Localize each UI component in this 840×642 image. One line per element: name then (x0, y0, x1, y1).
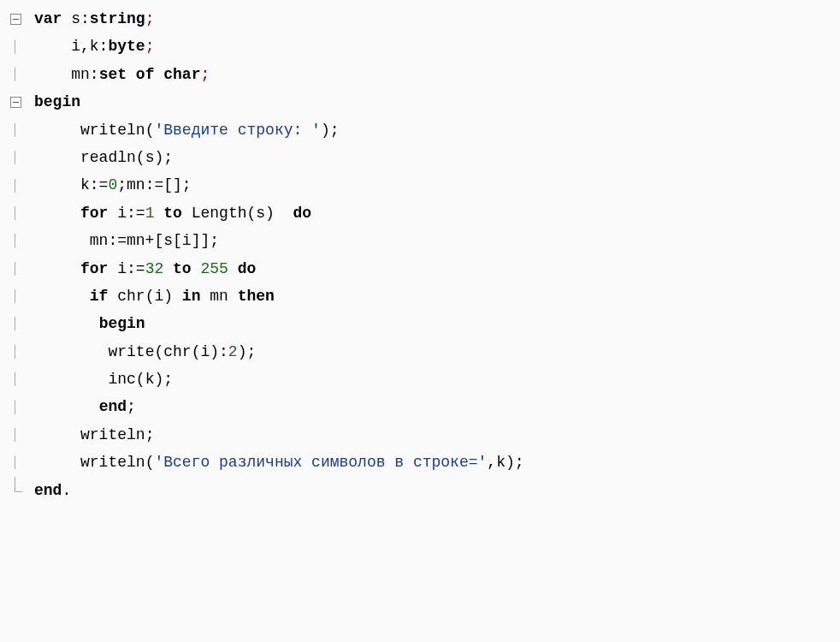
identifier: i,k: (71, 38, 108, 55)
punct: ; (145, 38, 155, 55)
code-line: var s:string; (0, 5, 840, 33)
code-line: writeln('Введите строку: '); (0, 116, 840, 144)
identifier: mn:=[] (127, 176, 182, 193)
punct: (k); (136, 371, 173, 388)
code-text: writeln; (31, 421, 154, 449)
space (127, 66, 136, 83)
code-line: writeln; (0, 421, 840, 449)
code-line: end. (0, 477, 840, 504)
identifier: k:= (80, 176, 108, 193)
keyword-in: in (182, 288, 201, 305)
fn-write: write (108, 343, 154, 360)
punct: ,k); (487, 454, 524, 471)
identifier: Length(s) (182, 205, 293, 222)
identifier: i:= (108, 260, 145, 277)
keyword-end: end (99, 398, 127, 415)
code-text: inc(k); (31, 366, 173, 393)
space (228, 260, 238, 277)
fold-minus-icon[interactable] (10, 14, 21, 25)
code-text: write(chr(i):2); (31, 338, 256, 366)
fn-writeln: writeln (80, 454, 145, 471)
fn-writeln: writeln (80, 426, 145, 443)
fn-readln: readln (80, 149, 136, 166)
keyword-for: for (80, 260, 108, 277)
punct: ; (200, 66, 210, 83)
keyword-char: char (163, 66, 200, 83)
punct: ); (154, 149, 173, 166)
code-line: readln(s); (0, 144, 840, 171)
identifier: s: (62, 10, 89, 27)
number: 32 (145, 260, 164, 277)
keyword-string: string (90, 10, 145, 27)
punct: . (62, 482, 71, 499)
string-literal: 'Всего различных символов в строке=' (154, 454, 487, 471)
code-text: writeln('Введите строку: '); (31, 116, 340, 144)
code-line: inc(k); (0, 366, 840, 393)
punct: ; (145, 426, 155, 443)
code-editor: var s:string; i,k:byte; mn:set of char; … (0, 0, 840, 521)
statement: mn:=mn+[s[i]]; (90, 232, 219, 249)
keyword-end: end (34, 482, 62, 499)
keyword-if: if (90, 288, 109, 305)
identifier: mn (200, 288, 237, 305)
code-line: mn:set of char; (0, 61, 840, 88)
space (154, 66, 163, 83)
code-line: write(chr(i):2); (0, 338, 840, 366)
keyword-begin: begin (34, 93, 80, 110)
code-text: writeln('Всего различных символов в стро… (31, 449, 524, 476)
code-text: if chr(i) in mn then (31, 282, 275, 310)
code-line: mn:=mn+[s[i]]; (0, 227, 840, 254)
code-text: mn:set of char; (31, 61, 210, 88)
keyword-of: of (136, 66, 155, 83)
code-line: begin (0, 88, 840, 116)
identifier: s (145, 149, 155, 166)
punct: ; (182, 176, 192, 193)
number: 0 (108, 176, 117, 193)
code-line: for i:=32 to 255 do (0, 255, 840, 282)
space (192, 260, 201, 277)
code-text: for i:=32 to 255 do (31, 255, 256, 282)
punct: ( (136, 149, 145, 166)
code-text: var s:string; (31, 5, 154, 33)
fn-writeln: writeln (80, 122, 145, 139)
punct: ; (117, 176, 127, 193)
code-line: writeln('Всего различных символов в стро… (0, 449, 840, 476)
code-line: for i:=1 to Length(s) do (0, 199, 840, 227)
gutter (0, 484, 31, 497)
code-text: end; (31, 393, 136, 420)
keyword-then: then (238, 288, 275, 305)
code-text: begin (31, 88, 80, 116)
keyword-to: to (173, 260, 192, 277)
identifier: i:= (108, 205, 145, 222)
code-text: k:=0;mn:=[]; (31, 171, 192, 199)
code-text: end. (31, 477, 71, 504)
code-line: begin (0, 310, 840, 337)
code-text: for i:=1 to Length(s) do (31, 199, 311, 227)
space (154, 205, 163, 222)
punct: ( (145, 454, 155, 471)
fold-minus-icon[interactable] (10, 97, 21, 108)
gutter (0, 97, 31, 108)
punct: ; (127, 398, 136, 415)
punct: ); (238, 343, 257, 360)
punct: (chr(i): (154, 343, 228, 360)
identifier: mn: (71, 66, 98, 83)
keyword-for: for (80, 205, 108, 222)
code-text: begin (31, 310, 145, 337)
fn-inc: inc (108, 371, 135, 388)
gutter (0, 14, 31, 25)
number: 1 (145, 205, 155, 222)
punct: ; (145, 10, 155, 27)
keyword-to: to (163, 205, 182, 222)
space (163, 260, 173, 277)
keyword-set: set (99, 66, 127, 83)
keyword-begin: begin (99, 315, 145, 332)
fold-end-icon (10, 484, 21, 497)
code-text: i,k:byte; (31, 33, 154, 60)
code-line: end; (0, 393, 840, 420)
punct: ); (321, 122, 340, 139)
code-text: mn:=mn+[s[i]]; (31, 227, 219, 254)
expression: chr(i) (108, 288, 181, 305)
code-line: if chr(i) in mn then (0, 282, 840, 310)
keyword-do: do (238, 260, 257, 277)
